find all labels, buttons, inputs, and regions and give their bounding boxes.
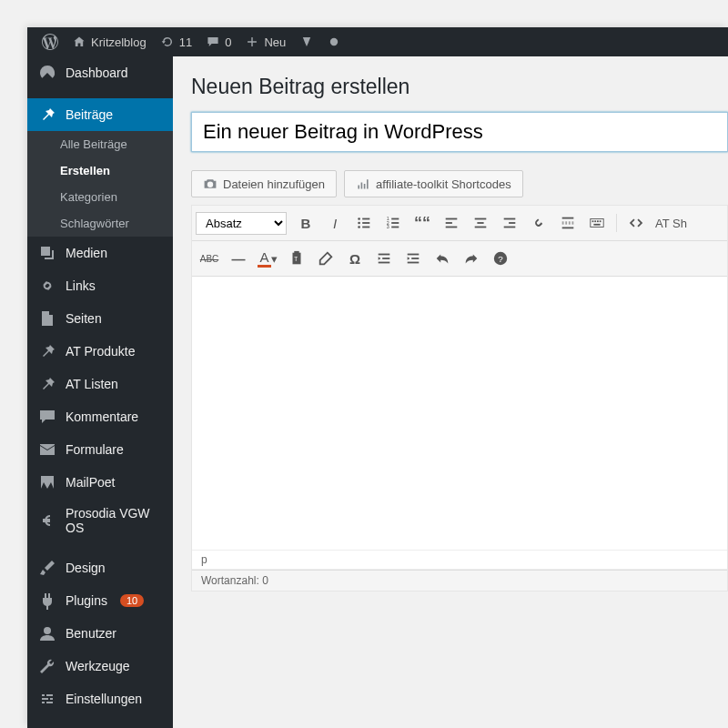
- bullet-list-button[interactable]: [350, 209, 378, 237]
- euro-icon: [38, 511, 56, 530]
- help-button[interactable]: ?: [487, 245, 514, 272]
- svg-point-2: [44, 627, 51, 634]
- menu-prosodia[interactable]: Prosodia VGW OS: [27, 499, 173, 542]
- menu-pages[interactable]: Seiten: [27, 302, 173, 335]
- blockquote-button[interactable]: ““: [409, 209, 436, 237]
- svg-rect-26: [562, 228, 574, 229]
- svg-rect-39: [408, 254, 420, 256]
- paste-text-button[interactable]: T: [283, 245, 310, 272]
- indent-icon: [405, 250, 421, 267]
- plugins-update-badge: 10: [120, 594, 144, 607]
- menu-at-lists[interactable]: AT Listen: [27, 368, 173, 400]
- user-icon: [38, 624, 56, 642]
- menu-label: Medien: [66, 246, 107, 260]
- menu-label: Design: [66, 561, 106, 575]
- menu-forms[interactable]: Formulare: [27, 433, 173, 466]
- indent-button[interactable]: [399, 245, 427, 272]
- menu-mailpoet[interactable]: MailPoet: [27, 466, 173, 499]
- svg-point-1: [43, 248, 46, 251]
- svg-rect-22: [509, 222, 515, 224]
- svg-rect-6: [362, 222, 369, 224]
- menu-posts[interactable]: Beiträge: [27, 98, 173, 131]
- special-char-button[interactable]: Ω: [341, 245, 369, 272]
- menu-links[interactable]: Links: [27, 269, 173, 302]
- svg-rect-8: [362, 227, 369, 228]
- wp-logo[interactable]: [35, 27, 66, 56]
- submenu-all-posts[interactable]: Alle Beiträge: [27, 131, 173, 157]
- menu-media[interactable]: Medien: [27, 237, 173, 269]
- menu-at-products[interactable]: AT Produkte: [27, 335, 173, 368]
- svg-point-0: [330, 38, 338, 46]
- svg-rect-32: [593, 224, 600, 226]
- mailpoet-icon: [38, 473, 56, 491]
- svg-text:?: ?: [498, 254, 503, 264]
- align-left-button[interactable]: [438, 209, 465, 237]
- menu-users[interactable]: Benutzer: [27, 617, 173, 650]
- post-title-input[interactable]: [191, 112, 728, 152]
- content-area: Neuen Beitrag erstellen Dateien hinzufüg…: [173, 56, 728, 728]
- align-right-icon: [501, 215, 518, 231]
- readmore-button[interactable]: [554, 209, 581, 237]
- new-content-link[interactable]: Neu: [238, 27, 293, 56]
- comments-link[interactable]: 0: [199, 27, 238, 56]
- submenu-create[interactable]: Erstellen: [27, 157, 173, 184]
- menu-label: Seiten: [66, 311, 102, 326]
- list-ul-icon: [356, 215, 372, 231]
- editor-body[interactable]: [192, 277, 727, 550]
- list-ol-icon: 123: [385, 215, 401, 231]
- align-center-button[interactable]: [467, 209, 494, 237]
- submenu-categories[interactable]: Kategorien: [27, 184, 173, 210]
- format-select[interactable]: Absatz: [196, 212, 287, 235]
- bold-button[interactable]: B: [292, 209, 319, 237]
- menu-label: Plugins: [66, 593, 107, 608]
- menu-settings[interactable]: Einstellungen: [27, 682, 173, 715]
- extra-link[interactable]: [320, 27, 348, 56]
- undo-icon: [434, 250, 450, 267]
- site-name-link[interactable]: Kritzelblog: [66, 27, 154, 56]
- camera-icon: [203, 177, 217, 191]
- menu-label: AT Produkte: [66, 344, 136, 359]
- settings-icon: [38, 690, 56, 708]
- editor-container: Absatz B I 123 ““ AT Sh ABC — A▾ T Ω: [191, 205, 728, 592]
- undo-button[interactable]: [429, 245, 456, 272]
- posts-submenu: Alle Beiträge Erstellen Kategorien Schla…: [27, 131, 173, 237]
- affiliate-shortcodes-button[interactable]: affiliate-toolkit Shortcodes: [344, 170, 523, 197]
- hr-button[interactable]: —: [225, 245, 252, 272]
- site-name-label: Kritzelblog: [91, 35, 147, 49]
- comments-count: 0: [225, 35, 231, 49]
- updates-count: 11: [179, 35, 192, 49]
- redo-button[interactable]: [458, 245, 485, 272]
- menu-tools[interactable]: Werkzeuge: [27, 650, 173, 682]
- italic-button[interactable]: I: [321, 209, 349, 237]
- strikethrough-button[interactable]: ABC: [196, 245, 223, 272]
- plus-icon: [246, 35, 258, 48]
- svg-rect-19: [477, 222, 483, 224]
- yoast-link[interactable]: [293, 27, 320, 56]
- clear-format-button[interactable]: [312, 245, 339, 272]
- readmore-icon: [560, 215, 576, 231]
- align-right-button[interactable]: [496, 209, 523, 237]
- number-list-button[interactable]: 123: [379, 209, 407, 237]
- textcolor-button[interactable]: A▾: [254, 245, 281, 272]
- link-button[interactable]: [525, 209, 552, 237]
- menu-comments[interactable]: Kommentare: [27, 400, 173, 433]
- outdent-button[interactable]: [370, 245, 398, 272]
- envelope-icon: [38, 440, 56, 459]
- menu-plugins[interactable]: Plugins 10: [27, 584, 173, 617]
- affiliate-label: affiliate-toolkit Shortcodes: [376, 177, 511, 191]
- submenu-tags[interactable]: Schlagwörter: [27, 210, 173, 237]
- svg-rect-38: [379, 262, 390, 264]
- plugin-icon: [38, 592, 56, 610]
- page-title: Neuen Beitrag erstellen: [191, 75, 728, 99]
- code-button[interactable]: [622, 209, 650, 237]
- dashboard-icon: [38, 64, 56, 82]
- svg-rect-31: [600, 220, 602, 222]
- updates-link[interactable]: 11: [154, 27, 199, 56]
- add-media-button[interactable]: Dateien hinzufügen: [191, 170, 337, 197]
- at-shortcodes-label[interactable]: AT Sh: [652, 217, 691, 230]
- admin-sidebar: Dashboard Beiträge Alle Beiträge Erstell…: [27, 56, 173, 728]
- menu-dashboard[interactable]: Dashboard: [27, 56, 173, 89]
- toolbar-toggle-button[interactable]: [583, 209, 611, 237]
- menu-design[interactable]: Design: [27, 551, 173, 584]
- align-center-icon: [472, 215, 489, 231]
